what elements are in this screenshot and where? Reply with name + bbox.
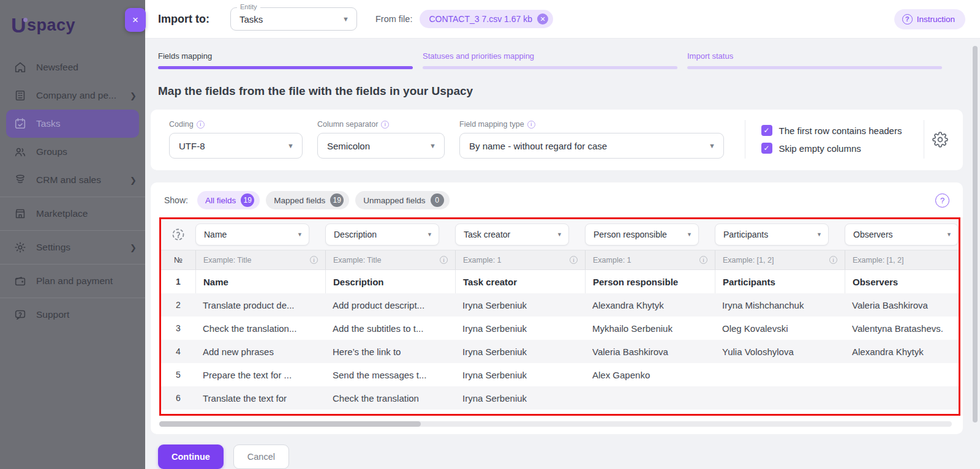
- step-fields-mapping[interactable]: Fields mapping: [158, 51, 413, 69]
- table-cell: Mykhailo Serbeniuk: [585, 317, 715, 340]
- filter-chip-all-fields[interactable]: All fields19: [197, 191, 260, 209]
- sidebar-item-label: Company and pe...: [36, 90, 130, 101]
- example-cell: Example: 1i: [585, 250, 715, 269]
- mapping-select-name[interactable]: Name▼: [195, 223, 309, 246]
- from-file-label: From file:: [375, 14, 412, 24]
- example-cell: Example: [1, 2]i: [845, 250, 960, 269]
- separator-select[interactable]: Semicolon ▼: [317, 133, 445, 159]
- row-number: 2: [161, 300, 195, 310]
- info-icon[interactable]: i: [310, 256, 318, 264]
- close-icon: ×: [132, 14, 138, 26]
- step-label: Import status: [687, 51, 942, 61]
- sidebar-item-crm-and-sales[interactable]: CRM and sales❯: [0, 166, 145, 194]
- sidebar-item-company-and-pe[interactable]: Company and pe...❯: [0, 81, 145, 110]
- table-row: 2Translate product de...Add product desc…: [161, 293, 959, 317]
- info-icon[interactable]: i: [381, 121, 389, 129]
- entity-select[interactable]: Entity Tasks ▼: [230, 7, 357, 31]
- import-to-title: Import to:: [158, 13, 209, 26]
- table-cell: Add product descript...: [325, 293, 455, 317]
- sidebar-item-marketplace[interactable]: Marketplace: [0, 200, 145, 228]
- automap-icon[interactable]: [161, 227, 195, 242]
- checkbox-checked-icon: ✓: [761, 125, 772, 136]
- info-icon[interactable]: i: [699, 256, 707, 264]
- table-cell: Valeria Bashkirova: [845, 293, 960, 317]
- gear-icon: [932, 132, 948, 148]
- info-icon[interactable]: i: [197, 121, 205, 129]
- horizontal-scrollbar-thumb[interactable]: [159, 421, 421, 427]
- mapping-select-value: Participants: [723, 230, 816, 239]
- vertical-scrollbar-thumb[interactable]: [973, 46, 978, 422]
- advanced-settings-button[interactable]: [930, 132, 951, 148]
- sidebar-divider: [0, 298, 145, 298]
- filter-chips: All fields19Mapped fields19Unmapped fiel…: [197, 191, 450, 209]
- skip-empty-columns-checkbox[interactable]: ✓ Skip empty columns: [761, 143, 902, 154]
- sidebar-item-plan-and-payment[interactable]: Plan and payment: [0, 267, 145, 295]
- coding-select[interactable]: UTF-8 ▼: [169, 133, 303, 159]
- close-sidebar-button[interactable]: ×: [125, 8, 146, 32]
- info-icon[interactable]: i: [527, 121, 535, 129]
- chevron-down-icon: ▼: [946, 231, 952, 238]
- chip-label: Mapped fields: [274, 196, 325, 205]
- table-row: 5Prepare the text for ...Send the messag…: [161, 363, 959, 386]
- info-icon[interactable]: i: [829, 256, 837, 264]
- table-cell: Iryna Serbeniuk: [455, 317, 585, 340]
- first-row-headers-checkbox[interactable]: ✓ The first row contains headers: [761, 125, 902, 136]
- sidebar-item-support[interactable]: Support: [0, 301, 145, 329]
- mapping-select-person-responsible[interactable]: Person responsible▼: [585, 223, 699, 246]
- step-statuses-and-priorities-mapping[interactable]: Statuses and priorities mapping: [423, 51, 677, 69]
- sidebar-item-label: Marketplace: [36, 208, 137, 219]
- mapping-select-participants[interactable]: Participants▼: [715, 223, 829, 246]
- table-cell: Name: [195, 270, 325, 293]
- sidebar-item-settings[interactable]: Settings❯: [0, 233, 145, 261]
- step-label: Fields mapping: [158, 51, 413, 61]
- step-label: Statuses and priorities mapping: [423, 51, 677, 61]
- horizontal-scrollbar[interactable]: [159, 421, 952, 427]
- uspacy-logo[interactable]: U spacy: [0, 0, 145, 37]
- table-cell: Translate the text for: [195, 386, 325, 410]
- table-cell: Here’s the link to: [325, 340, 455, 363]
- continue-button[interactable]: Continue: [158, 445, 224, 469]
- filter-chip-unmapped-fields[interactable]: Unmapped fields0: [355, 191, 449, 209]
- remove-file-icon[interactable]: ✕: [537, 13, 548, 24]
- example-cell: Example: Titlei: [325, 250, 455, 269]
- table-cell: Add new phrases: [195, 340, 325, 363]
- chip-label: All fields: [205, 196, 236, 205]
- table-cell: Iryna Mishchanchuk: [715, 293, 845, 317]
- sidebar-item-newsfeed[interactable]: Newsfeed: [0, 53, 145, 81]
- mapping-type-select[interactable]: By name - without regard for case ▼: [459, 133, 724, 159]
- mapping-select-observers[interactable]: Observers▼: [845, 223, 959, 246]
- page-title: Map the fields from the file with the fi…: [158, 84, 980, 98]
- home-icon: [13, 61, 27, 74]
- import-steps: Fields mappingStatuses and priorities ma…: [158, 51, 942, 69]
- chip-count-badge: 19: [330, 193, 344, 207]
- wallet-icon: [13, 274, 27, 288]
- info-icon[interactable]: i: [440, 256, 448, 264]
- table-cell: Valeria Bashkirova: [585, 340, 715, 363]
- import-settings-card: Codingi UTF-8 ▼ Column separatori Semico…: [151, 110, 963, 170]
- table-cell: [715, 363, 845, 386]
- table-cell: Send the messages t...: [325, 363, 455, 386]
- import-tasks-screen: U spacy NewsfeedCompany and pe...❯TasksG…: [0, 0, 980, 469]
- sidebar-item-groups[interactable]: Groups: [0, 138, 145, 166]
- table-cell: Alexandra Khytyk: [845, 340, 960, 363]
- vertical-scrollbar[interactable]: [976, 0, 980, 469]
- example-text: Example: 1: [463, 256, 502, 265]
- instruction-button[interactable]: ? Instruction: [894, 9, 965, 29]
- mapping-select-description[interactable]: Description▼: [325, 223, 439, 246]
- chip-label: Unmapped fields: [363, 196, 425, 205]
- info-icon[interactable]: i: [959, 256, 960, 264]
- help-icon[interactable]: ?: [935, 193, 949, 208]
- groups-icon: [13, 145, 27, 159]
- sidebar-item-tasks[interactable]: Tasks: [6, 110, 139, 138]
- file-chip: CONTACT_3 7.csv 1.67 kb ✕: [420, 10, 553, 28]
- table-cell: Yulia Voloshylova: [715, 340, 845, 363]
- info-icon[interactable]: i: [570, 256, 578, 264]
- cancel-button[interactable]: Cancel: [233, 445, 289, 469]
- filter-chip-mapped-fields[interactable]: Mapped fields19: [266, 191, 349, 209]
- coding-label: Coding: [169, 120, 194, 129]
- step-import-status[interactable]: Import status: [687, 51, 942, 69]
- entity-field-label: Entity: [237, 3, 260, 10]
- mapping-select-task-creator[interactable]: Task creator▼: [455, 223, 569, 246]
- sidebar: U spacy NewsfeedCompany and pe...❯TasksG…: [0, 0, 145, 469]
- row-number: 5: [161, 370, 195, 380]
